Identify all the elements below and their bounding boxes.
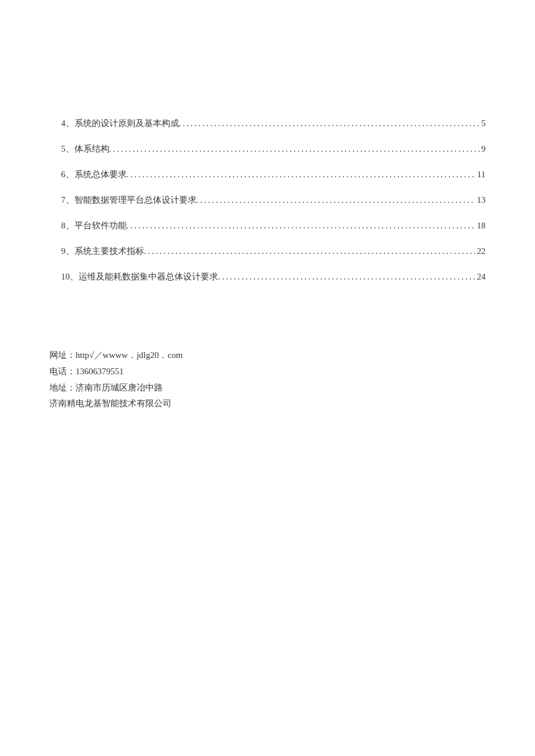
toc-entry-title: 4、系统的设计原则及基本构成 (61, 116, 179, 130)
toc-entry-page: 5 (480, 116, 486, 130)
toc-entry: 7、智能数据管理平台总体设计要求13 (49, 193, 486, 207)
toc-leader-dots (197, 193, 476, 207)
toc-entry-page: 24 (476, 270, 486, 284)
toc-entry: 9、系统主要技术指标22 (49, 244, 486, 258)
contact-block: 网址：http√／wwww．jdlg20．com 电话：13606379551 … (49, 347, 486, 412)
toc-entry: 8、平台软件功能18 (49, 218, 486, 232)
toc-entry: 5、体系结构9 (49, 142, 486, 156)
toc-entry: 4、系统的设计原则及基本构成5 (49, 116, 486, 130)
toc-leader-dots (127, 218, 476, 232)
document-page: 4、系统的设计原则及基本构成55、体系结构96、系统总体要求117、智能数据管理… (0, 0, 535, 412)
toc-entry-title: 5、体系结构 (61, 142, 109, 156)
toc-entry-title: 6、系统总体要求 (61, 167, 127, 181)
toc-entry-title: 9、系统主要技术指标 (61, 244, 144, 258)
toc-leader-dots (218, 270, 476, 284)
contact-url-value: http√／wwww．jdlg20．com (76, 350, 183, 360)
contact-address-value: 济南市历城区唐冶中路 (76, 383, 163, 392)
toc-entry-title: 10、运维及能耗数据集中器总体设计要求 (61, 270, 218, 284)
contact-url-label: 网址： (49, 350, 76, 360)
contact-address: 地址：济南市历城区唐冶中路 (49, 380, 486, 396)
toc-leader-dots (179, 116, 480, 130)
contact-company: 济南精电龙基智能技术有限公司 (49, 396, 486, 412)
contact-phone-label: 电话： (49, 367, 76, 376)
toc-leader-dots (144, 244, 476, 258)
contact-url: 网址：http√／wwww．jdlg20．com (49, 347, 486, 364)
toc-entry-page: 18 (476, 218, 486, 232)
toc-entry-title: 8、平台软件功能 (61, 218, 127, 232)
toc-entry-title: 7、智能数据管理平台总体设计要求 (61, 193, 197, 207)
toc-leader-dots (127, 167, 476, 181)
toc-leader-dots (109, 142, 480, 156)
contact-address-label: 地址： (49, 383, 76, 392)
toc-entry-page: 13 (476, 193, 486, 207)
toc-entry-page: 22 (476, 244, 486, 258)
contact-phone: 电话：13606379551 (49, 364, 486, 380)
toc-entry-page: 9 (480, 142, 486, 156)
toc-entry: 6、系统总体要求11 (49, 167, 486, 181)
toc-entry-page: 11 (476, 167, 486, 181)
toc-entry: 10、运维及能耗数据集中器总体设计要求24 (49, 270, 486, 284)
table-of-contents: 4、系统的设计原则及基本构成55、体系结构96、系统总体要求117、智能数据管理… (49, 116, 486, 284)
contact-phone-value: 13606379551 (76, 367, 124, 376)
